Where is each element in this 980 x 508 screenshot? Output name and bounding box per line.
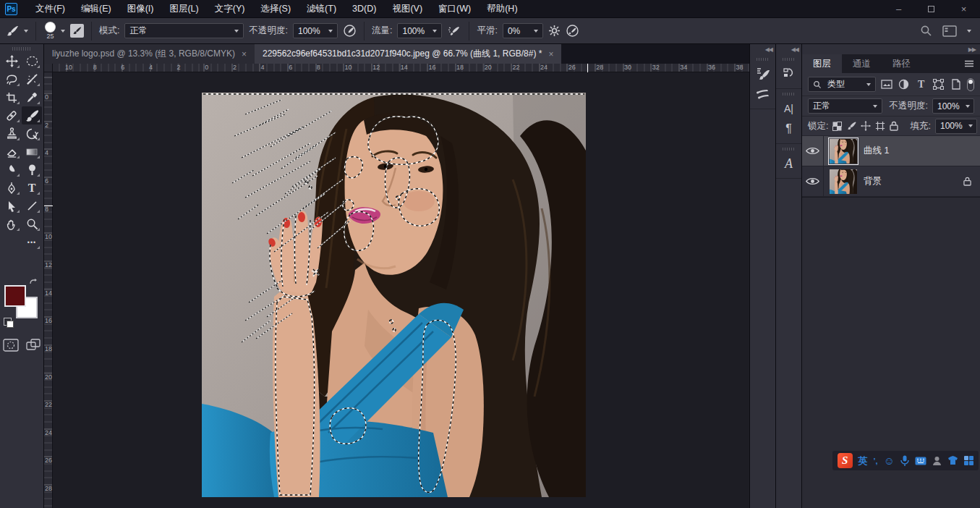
- ime-language-toggle[interactable]: 英: [858, 454, 868, 467]
- tab-layers[interactable]: 图层: [802, 54, 842, 73]
- ime-keyboard-icon[interactable]: [915, 457, 926, 465]
- lock-all-icon[interactable]: [890, 119, 898, 133]
- lock-transparency-icon[interactable]: [832, 119, 842, 133]
- layer-filter-select[interactable]: 类型: [808, 77, 876, 92]
- workspace-chevron-icon[interactable]: [967, 30, 971, 33]
- blur-tool[interactable]: [1, 161, 22, 179]
- airbrush-icon[interactable]: [447, 25, 461, 38]
- brush-preset-picker[interactable]: 25: [45, 22, 56, 40]
- filter-pixel-layers-icon[interactable]: [880, 77, 893, 92]
- smoothing-gear-icon[interactable]: [548, 25, 561, 37]
- menu-select[interactable]: 选择(S): [252, 0, 299, 17]
- menu-type[interactable]: 文字(Y): [207, 0, 253, 17]
- filter-type-layers-icon[interactable]: T: [915, 77, 928, 92]
- ime-emoji-icon[interactable]: ☺: [884, 454, 895, 467]
- ime-voice-icon[interactable]: [900, 455, 909, 466]
- workspace-switcher-icon[interactable]: [942, 25, 957, 37]
- layer-name[interactable]: 背景: [864, 175, 882, 187]
- brushes-panel-icon[interactable]: [752, 84, 774, 104]
- menu-view[interactable]: 视图(V): [384, 0, 430, 17]
- filter-toggle-pill[interactable]: [967, 78, 974, 91]
- fill-select[interactable]: 100%: [935, 119, 977, 134]
- paragraph-panel-icon[interactable]: ¶: [778, 119, 800, 139]
- flow-select[interactable]: 100%: [397, 23, 442, 38]
- hand-tool[interactable]: [1, 215, 22, 233]
- line-shape-tool[interactable]: [22, 197, 42, 215]
- ruler-vertical[interactable]: 02468101214161820222426283032: [44, 72, 53, 508]
- glyphs-panel-icon[interactable]: A: [778, 153, 800, 174]
- close-button[interactable]: ×: [947, 0, 980, 17]
- eraser-tool[interactable]: [1, 143, 22, 161]
- character-panel-icon[interactable]: A|: [778, 98, 800, 119]
- lock-artboard-icon[interactable]: [875, 119, 885, 133]
- brush-tool[interactable]: [22, 106, 42, 124]
- lasso-tool[interactable]: [1, 70, 22, 88]
- screen-mode-button[interactable]: [26, 339, 41, 352]
- history-panel-icon[interactable]: [778, 64, 800, 84]
- menu-filter[interactable]: 滤镜(T): [299, 0, 344, 17]
- visibility-cell[interactable]: [802, 136, 824, 166]
- layer-thumbnail[interactable]: [830, 139, 857, 164]
- minimize-button[interactable]: –: [882, 0, 915, 17]
- ime-skin-icon[interactable]: [947, 456, 958, 465]
- ime-toolbox-icon[interactable]: [964, 456, 973, 465]
- mode-select[interactable]: 正常: [124, 23, 244, 38]
- magic-wand-tool[interactable]: [22, 70, 42, 88]
- expand-panels-icon[interactable]: ▶▶: [802, 44, 980, 54]
- close-tab-icon[interactable]: ×: [548, 49, 553, 59]
- pressure-opacity-icon[interactable]: [343, 24, 357, 38]
- layer-thumbnail[interactable]: [830, 169, 857, 194]
- photo-canvas[interactable]: [202, 93, 586, 497]
- ruler-horizontal[interactable]: 1086420246810121416182022242628303234363…: [53, 64, 749, 72]
- pen-tool[interactable]: [1, 179, 22, 197]
- menu-help[interactable]: 帮助(H): [479, 0, 525, 17]
- clone-stamp-tool[interactable]: [1, 124, 22, 143]
- lock-position-icon[interactable]: [861, 119, 871, 133]
- panel-menu-icon[interactable]: [964, 60, 974, 67]
- menu-edit[interactable]: 编辑(E): [73, 0, 119, 17]
- foreground-color-swatch[interactable]: [4, 285, 26, 307]
- spot-healing-brush-tool[interactable]: [1, 106, 22, 124]
- marquee-tool[interactable]: [22, 52, 42, 70]
- brush-settings-panel-icon[interactable]: [752, 64, 774, 84]
- filter-smart-objects-icon[interactable]: [950, 77, 963, 92]
- crop-tool[interactable]: [1, 88, 22, 106]
- menu-window[interactable]: 窗口(W): [430, 0, 479, 17]
- lock-pixels-icon[interactable]: [846, 119, 856, 133]
- filter-shape-layers-icon[interactable]: [932, 77, 945, 92]
- tab-channels[interactable]: 通道: [842, 54, 882, 73]
- smoothing-select[interactable]: 0%: [503, 23, 543, 38]
- edit-toolbar-button[interactable]: •••: [22, 233, 42, 251]
- type-tool[interactable]: T: [22, 179, 42, 197]
- pressure-size-icon[interactable]: [566, 24, 579, 38]
- sogou-logo[interactable]: S: [838, 453, 853, 468]
- close-tab-icon[interactable]: ×: [242, 49, 247, 59]
- brush-picker-chevron-icon[interactable]: [61, 30, 65, 33]
- collapse-panels-icon[interactable]: ◀◀: [776, 44, 801, 54]
- history-brush-tool[interactable]: [22, 124, 42, 143]
- quick-mask-button[interactable]: [3, 339, 19, 352]
- gradient-tool[interactable]: [22, 143, 42, 161]
- search-icon[interactable]: [920, 25, 932, 37]
- restore-button[interactable]: [915, 0, 947, 17]
- layer-row-curves[interactable]: 曲线 1: [802, 136, 980, 166]
- toggle-brush-settings-button[interactable]: [70, 24, 84, 38]
- document-tab-1[interactable]: liyuzhe logo.psd @ 13.3% (组 3, RGB/8/CMY…: [44, 44, 255, 64]
- swap-colors-icon[interactable]: [29, 278, 38, 287]
- tool-preset-icon[interactable]: [6, 25, 19, 38]
- layer-opacity-select[interactable]: 100%: [932, 98, 974, 114]
- layer-name[interactable]: 曲线 1: [864, 145, 889, 157]
- path-selection-tool[interactable]: [1, 197, 22, 215]
- collapse-panels-icon[interactable]: ◀◀: [750, 44, 775, 54]
- visibility-cell[interactable]: [802, 166, 824, 196]
- filter-adjustment-layers-icon[interactable]: [898, 77, 911, 92]
- menu-image[interactable]: 图像(I): [119, 0, 162, 17]
- toolbar-grip[interactable]: [12, 47, 31, 51]
- menu-layer[interactable]: 图层(L): [161, 0, 206, 17]
- dodge-tool[interactable]: [22, 161, 42, 179]
- zoom-tool[interactable]: [22, 215, 42, 233]
- default-colors-icon[interactable]: [4, 318, 12, 326]
- tool-preset-chevron-icon[interactable]: [24, 30, 28, 33]
- document-tab-2[interactable]: 229562c96ef64531bd1c31d2071f940c.jpeg @ …: [255, 44, 561, 64]
- canvas-area[interactable]: 1086420246810121416182022242628303234363…: [44, 64, 749, 508]
